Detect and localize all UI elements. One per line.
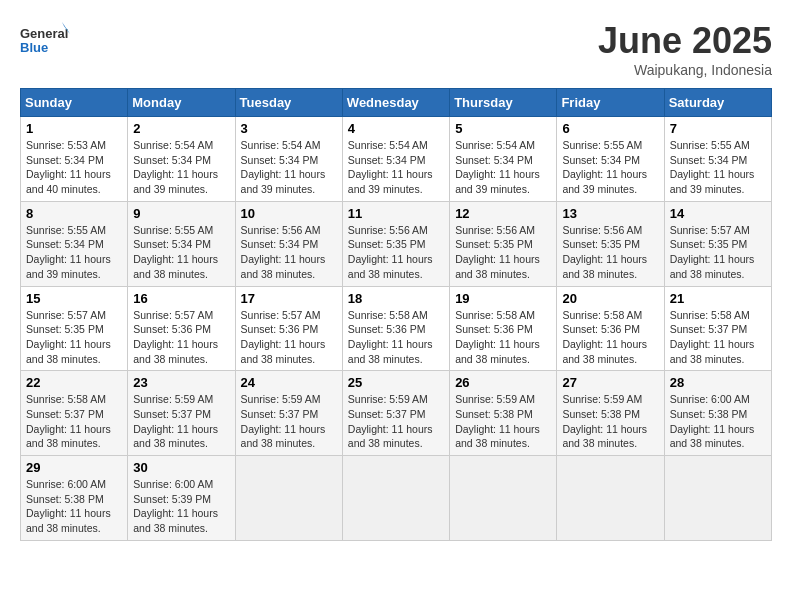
logo-svg: General Blue xyxy=(20,20,70,64)
table-row: 19 Sunrise: 5:58 AM Sunset: 5:36 PM Dayl… xyxy=(450,286,557,371)
day-number: 17 xyxy=(241,291,337,306)
table-row: 24 Sunrise: 5:59 AM Sunset: 5:37 PM Dayl… xyxy=(235,371,342,456)
table-row: 12 Sunrise: 5:56 AM Sunset: 5:35 PM Dayl… xyxy=(450,201,557,286)
day-number: 29 xyxy=(26,460,122,475)
day-info: Sunrise: 5:58 AM Sunset: 5:36 PM Dayligh… xyxy=(348,308,444,367)
day-number: 1 xyxy=(26,121,122,136)
table-row xyxy=(235,456,342,541)
day-info: Sunrise: 6:00 AM Sunset: 5:39 PM Dayligh… xyxy=(133,477,229,536)
table-row: 26 Sunrise: 5:59 AM Sunset: 5:38 PM Dayl… xyxy=(450,371,557,456)
table-row: 16 Sunrise: 5:57 AM Sunset: 5:36 PM Dayl… xyxy=(128,286,235,371)
day-info: Sunrise: 5:59 AM Sunset: 5:38 PM Dayligh… xyxy=(562,392,658,451)
table-row xyxy=(664,456,771,541)
day-number: 2 xyxy=(133,121,229,136)
day-number: 4 xyxy=(348,121,444,136)
table-row: 3 Sunrise: 5:54 AM Sunset: 5:34 PM Dayli… xyxy=(235,117,342,202)
day-info: Sunrise: 5:57 AM Sunset: 5:35 PM Dayligh… xyxy=(670,223,766,282)
table-row: 11 Sunrise: 5:56 AM Sunset: 5:35 PM Dayl… xyxy=(342,201,449,286)
header-sunday: Sunday xyxy=(21,89,128,117)
calendar-table: Sunday Monday Tuesday Wednesday Thursday… xyxy=(20,88,772,541)
table-row: 6 Sunrise: 5:55 AM Sunset: 5:34 PM Dayli… xyxy=(557,117,664,202)
header-monday: Monday xyxy=(128,89,235,117)
table-row: 18 Sunrise: 5:58 AM Sunset: 5:36 PM Dayl… xyxy=(342,286,449,371)
day-info: Sunrise: 5:55 AM Sunset: 5:34 PM Dayligh… xyxy=(133,223,229,282)
day-number: 26 xyxy=(455,375,551,390)
day-info: Sunrise: 5:59 AM Sunset: 5:38 PM Dayligh… xyxy=(455,392,551,451)
day-number: 24 xyxy=(241,375,337,390)
day-number: 15 xyxy=(26,291,122,306)
day-number: 10 xyxy=(241,206,337,221)
day-info: Sunrise: 5:57 AM Sunset: 5:36 PM Dayligh… xyxy=(133,308,229,367)
day-info: Sunrise: 5:58 AM Sunset: 5:37 PM Dayligh… xyxy=(26,392,122,451)
day-number: 21 xyxy=(670,291,766,306)
day-number: 8 xyxy=(26,206,122,221)
table-row: 21 Sunrise: 5:58 AM Sunset: 5:37 PM Dayl… xyxy=(664,286,771,371)
header-thursday: Thursday xyxy=(450,89,557,117)
day-info: Sunrise: 5:54 AM Sunset: 5:34 PM Dayligh… xyxy=(455,138,551,197)
table-row: 8 Sunrise: 5:55 AM Sunset: 5:34 PM Dayli… xyxy=(21,201,128,286)
day-info: Sunrise: 5:56 AM Sunset: 5:35 PM Dayligh… xyxy=(455,223,551,282)
svg-text:Blue: Blue xyxy=(20,40,48,55)
page-header: General Blue June 2025 Waipukang, Indone… xyxy=(20,20,772,78)
table-row: 9 Sunrise: 5:55 AM Sunset: 5:34 PM Dayli… xyxy=(128,201,235,286)
day-info: Sunrise: 5:56 AM Sunset: 5:34 PM Dayligh… xyxy=(241,223,337,282)
weekday-header-row: Sunday Monday Tuesday Wednesday Thursday… xyxy=(21,89,772,117)
day-info: Sunrise: 5:56 AM Sunset: 5:35 PM Dayligh… xyxy=(348,223,444,282)
day-info: Sunrise: 5:58 AM Sunset: 5:36 PM Dayligh… xyxy=(455,308,551,367)
table-row: 29 Sunrise: 6:00 AM Sunset: 5:38 PM Dayl… xyxy=(21,456,128,541)
header-wednesday: Wednesday xyxy=(342,89,449,117)
day-info: Sunrise: 6:00 AM Sunset: 5:38 PM Dayligh… xyxy=(670,392,766,451)
table-row: 13 Sunrise: 5:56 AM Sunset: 5:35 PM Dayl… xyxy=(557,201,664,286)
table-row: 22 Sunrise: 5:58 AM Sunset: 5:37 PM Dayl… xyxy=(21,371,128,456)
table-row: 27 Sunrise: 5:59 AM Sunset: 5:38 PM Dayl… xyxy=(557,371,664,456)
table-row: 30 Sunrise: 6:00 AM Sunset: 5:39 PM Dayl… xyxy=(128,456,235,541)
day-number: 30 xyxy=(133,460,229,475)
day-info: Sunrise: 5:58 AM Sunset: 5:36 PM Dayligh… xyxy=(562,308,658,367)
day-info: Sunrise: 5:59 AM Sunset: 5:37 PM Dayligh… xyxy=(133,392,229,451)
calendar-header: Sunday Monday Tuesday Wednesday Thursday… xyxy=(21,89,772,117)
day-info: Sunrise: 5:55 AM Sunset: 5:34 PM Dayligh… xyxy=(26,223,122,282)
table-row: 25 Sunrise: 5:59 AM Sunset: 5:37 PM Dayl… xyxy=(342,371,449,456)
table-row xyxy=(450,456,557,541)
table-row: 14 Sunrise: 5:57 AM Sunset: 5:35 PM Dayl… xyxy=(664,201,771,286)
day-info: Sunrise: 5:55 AM Sunset: 5:34 PM Dayligh… xyxy=(670,138,766,197)
day-number: 9 xyxy=(133,206,229,221)
table-row xyxy=(342,456,449,541)
day-number: 19 xyxy=(455,291,551,306)
day-number: 11 xyxy=(348,206,444,221)
day-info: Sunrise: 5:54 AM Sunset: 5:34 PM Dayligh… xyxy=(241,138,337,197)
table-row: 5 Sunrise: 5:54 AM Sunset: 5:34 PM Dayli… xyxy=(450,117,557,202)
day-number: 20 xyxy=(562,291,658,306)
day-number: 22 xyxy=(26,375,122,390)
day-info: Sunrise: 6:00 AM Sunset: 5:38 PM Dayligh… xyxy=(26,477,122,536)
location: Waipukang, Indonesia xyxy=(598,62,772,78)
day-info: Sunrise: 5:57 AM Sunset: 5:36 PM Dayligh… xyxy=(241,308,337,367)
table-row: 2 Sunrise: 5:54 AM Sunset: 5:34 PM Dayli… xyxy=(128,117,235,202)
day-number: 3 xyxy=(241,121,337,136)
month-title: June 2025 xyxy=(598,20,772,62)
table-row: 28 Sunrise: 6:00 AM Sunset: 5:38 PM Dayl… xyxy=(664,371,771,456)
table-row: 15 Sunrise: 5:57 AM Sunset: 5:35 PM Dayl… xyxy=(21,286,128,371)
table-row: 4 Sunrise: 5:54 AM Sunset: 5:34 PM Dayli… xyxy=(342,117,449,202)
day-number: 18 xyxy=(348,291,444,306)
day-number: 5 xyxy=(455,121,551,136)
day-info: Sunrise: 5:55 AM Sunset: 5:34 PM Dayligh… xyxy=(562,138,658,197)
day-info: Sunrise: 5:54 AM Sunset: 5:34 PM Dayligh… xyxy=(348,138,444,197)
day-number: 12 xyxy=(455,206,551,221)
day-number: 13 xyxy=(562,206,658,221)
header-saturday: Saturday xyxy=(664,89,771,117)
day-number: 14 xyxy=(670,206,766,221)
table-row: 10 Sunrise: 5:56 AM Sunset: 5:34 PM Dayl… xyxy=(235,201,342,286)
table-row xyxy=(557,456,664,541)
table-row: 23 Sunrise: 5:59 AM Sunset: 5:37 PM Dayl… xyxy=(128,371,235,456)
calendar-body: 1 Sunrise: 5:53 AM Sunset: 5:34 PM Dayli… xyxy=(21,117,772,541)
day-info: Sunrise: 5:56 AM Sunset: 5:35 PM Dayligh… xyxy=(562,223,658,282)
table-row: 20 Sunrise: 5:58 AM Sunset: 5:36 PM Dayl… xyxy=(557,286,664,371)
header-tuesday: Tuesday xyxy=(235,89,342,117)
day-number: 27 xyxy=(562,375,658,390)
svg-text:General: General xyxy=(20,26,68,41)
table-row: 1 Sunrise: 5:53 AM Sunset: 5:34 PM Dayli… xyxy=(21,117,128,202)
day-number: 25 xyxy=(348,375,444,390)
table-row: 17 Sunrise: 5:57 AM Sunset: 5:36 PM Dayl… xyxy=(235,286,342,371)
header-friday: Friday xyxy=(557,89,664,117)
